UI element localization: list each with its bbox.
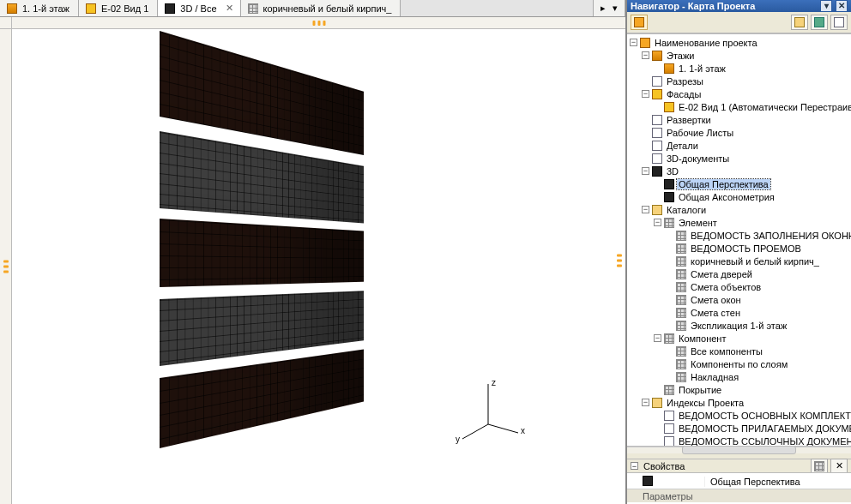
tree-item[interactable]: ВЕДОМОСТЬ ССЫЛОЧНЫХ ДОКУМЕНТОВ xyxy=(627,435,851,447)
tree-item[interactable]: Накладная xyxy=(627,370,851,383)
tree-item[interactable]: коричневый и белый кирпич_ xyxy=(627,255,851,267)
properties-settings-button[interactable] xyxy=(811,459,828,474)
ic-grid-icon xyxy=(676,231,686,241)
floor-icon xyxy=(7,3,17,14)
tree-label: Рабочие Листы xyxy=(665,128,735,138)
tree-item[interactable]: ВЕДОМОСТЬ ПРИЛАГАЕМЫХ ДОКУМЕНТОВ xyxy=(627,422,851,435)
tree-item[interactable]: ВЕДОМОСТЬ ЗАПОЛНЕНИЯ ОКОННЫХ И ДВЕРНЫХ П… xyxy=(627,229,851,242)
tab-floor[interactable]: 1. 1-й этаж xyxy=(0,0,79,16)
tree-item-selected[interactable]: Общая Перспектива xyxy=(627,177,851,190)
navigator-tree[interactable]: −Наименование проекта−Этажи1. 1-й этажРа… xyxy=(627,33,851,447)
palette-menu-icon[interactable]: ▾ xyxy=(820,0,832,12)
ic-elev-icon xyxy=(664,102,674,112)
ic-grid-icon xyxy=(664,385,674,395)
tree-item[interactable]: Покрытие xyxy=(627,383,851,396)
tab-label: 1. 1-й этаж xyxy=(21,3,71,14)
tree-label: 3D-документы xyxy=(665,153,731,164)
ic-grid-icon xyxy=(676,295,686,305)
tree-label: Смета стен xyxy=(689,308,742,318)
tree-item[interactable]: −Индексы Проекта xyxy=(627,396,851,409)
folder-icon xyxy=(794,17,805,27)
tree-item[interactable]: Компоненты по слоям xyxy=(627,357,851,370)
palette-close-icon[interactable]: ✕ xyxy=(836,0,848,12)
tree-label: ВЕДОМОСТЬ ССЫЛОЧНЫХ ДОКУМЕНТОВ xyxy=(677,436,851,447)
tab-label: 3D / Все xyxy=(178,3,218,14)
view-map-button[interactable] xyxy=(791,15,808,30)
ic-grid-icon xyxy=(676,346,686,357)
tree-label: Разрезы xyxy=(665,76,705,87)
tree-label: Элемент xyxy=(677,218,719,228)
project-map-button[interactable] xyxy=(631,15,648,30)
tree-item[interactable]: 1. 1-й этаж xyxy=(627,62,851,75)
tree-item[interactable]: 3D-документы xyxy=(627,152,851,165)
svg-line-0 xyxy=(488,424,518,433)
tree-label: Компоненты по слоям xyxy=(689,359,789,369)
svg-line-1 xyxy=(462,424,488,439)
tree-label: Каталоги xyxy=(665,205,708,215)
document-tabs: 1. 1-й этаж Е-02 Вид 1 3D / Все ✕ коричн… xyxy=(0,0,625,17)
ic-doc-icon xyxy=(664,436,674,447)
tree-root[interactable]: −Наименование проекта xyxy=(627,36,851,49)
tree-label: 1. 1-й этаж xyxy=(677,63,727,74)
prop-icon xyxy=(627,476,704,488)
prop-name-value[interactable]: Общая Перспектива xyxy=(704,477,851,487)
tree-item[interactable]: ВЕДОМОСТЬ ОСНОВНЫХ КОМПЛЕКТОВ xyxy=(627,409,851,422)
tree-item[interactable]: Общая Аксонометрия xyxy=(627,190,851,203)
tree-item[interactable]: Развертки xyxy=(627,113,851,126)
tree-label: Смета объектов xyxy=(689,282,763,292)
tree-label: Е-02 Вид 1 (Автоматически Перестраиваема… xyxy=(677,102,851,112)
project-icon xyxy=(634,17,644,27)
publisher-button[interactable] xyxy=(830,15,848,30)
tab-label: коричневый и белый кирпич_ xyxy=(262,3,394,14)
ic-floor-icon xyxy=(652,51,662,61)
grid-icon xyxy=(814,461,824,471)
tab-3d[interactable]: 3D / Все ✕ xyxy=(158,0,240,16)
tree-item[interactable]: Смета окон xyxy=(627,293,851,306)
ic-3d-icon xyxy=(664,192,674,202)
tree-item[interactable]: −Элемент xyxy=(627,216,851,229)
tree-item[interactable]: Все компоненты xyxy=(627,345,851,357)
tab-overflow[interactable]: ▸ ▾ xyxy=(593,0,625,16)
ic-3d-icon xyxy=(664,179,674,189)
tree-item[interactable]: Смета стен xyxy=(627,306,851,319)
tree-label: Развертки xyxy=(665,115,713,125)
tree-item[interactable]: ВЕДОМОСТЬ ПРОЕМОВ xyxy=(627,242,851,255)
wall-segment xyxy=(160,219,364,287)
ic-doc-icon xyxy=(652,141,662,151)
tree-item[interactable]: −3D xyxy=(627,165,851,177)
tree-label: ВЕДОМОСТЬ ЗАПОЛНЕНИЯ ОКОННЫХ И ДВЕРНЫХ П… xyxy=(689,231,851,241)
tree-item[interactable]: Смета дверей xyxy=(627,267,851,280)
tree-item[interactable]: Смета объектов xyxy=(627,280,851,293)
ic-folder-icon xyxy=(652,205,662,215)
tree-label: ВЕДОМОСТЬ ОСНОВНЫХ КОМПЛЕКТОВ xyxy=(677,411,851,421)
tree-item[interactable]: −Этажи xyxy=(627,49,851,62)
tree-item[interactable]: Разрезы xyxy=(627,75,851,87)
ic-grid-icon xyxy=(676,282,686,292)
tree-item[interactable]: Детали xyxy=(627,139,851,152)
ic-elev-icon xyxy=(652,89,662,99)
tree-scrollbar[interactable] xyxy=(627,447,851,453)
properties-section[interactable]: Параметры xyxy=(627,489,851,502)
wall-segment xyxy=(160,350,364,448)
tree-item[interactable]: Экспликация 1-й этаж xyxy=(627,319,851,332)
navigator-title-bar[interactable]: Навигатор - Карта Проекта ▾ ✕ xyxy=(627,0,851,12)
expand-toggle-icon[interactable]: − xyxy=(631,462,638,470)
tree-item[interactable]: −Каталоги xyxy=(627,203,851,216)
tree-item[interactable]: −Фасады xyxy=(627,87,851,100)
navigator-toolbar xyxy=(627,12,851,33)
svg-text:y: y xyxy=(456,435,460,444)
ic-doc-icon xyxy=(652,76,662,87)
tree-item[interactable]: Е-02 Вид 1 (Автоматически Перестраиваема… xyxy=(627,100,851,113)
layout-book-button[interactable] xyxy=(811,15,828,30)
doc-icon xyxy=(834,17,844,27)
tab-close-icon[interactable]: ✕ xyxy=(226,3,233,14)
properties-close-button[interactable]: ✕ xyxy=(830,459,848,474)
ruler-horizontal xyxy=(12,17,625,29)
tab-elevation[interactable]: Е-02 Вид 1 xyxy=(79,0,158,16)
properties-header[interactable]: − Свойства ✕ xyxy=(627,459,851,472)
tab-schedule[interactable]: коричневый и белый кирпич_ xyxy=(241,0,401,16)
tree-label: Все компоненты xyxy=(689,346,764,357)
tree-item[interactable]: −Компонент xyxy=(627,332,851,345)
tree-item[interactable]: Рабочие Листы xyxy=(627,126,851,139)
viewport-3d[interactable]: x y z xyxy=(0,17,625,504)
